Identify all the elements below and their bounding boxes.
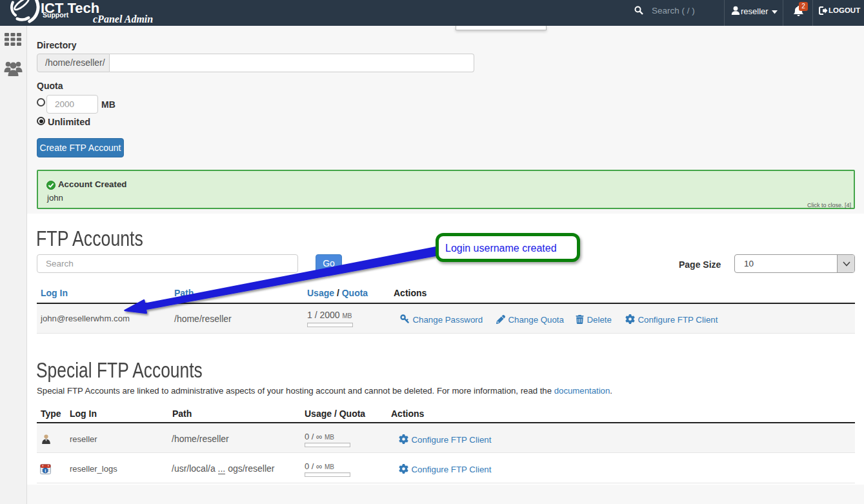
- svg-text:i: i: [45, 468, 46, 474]
